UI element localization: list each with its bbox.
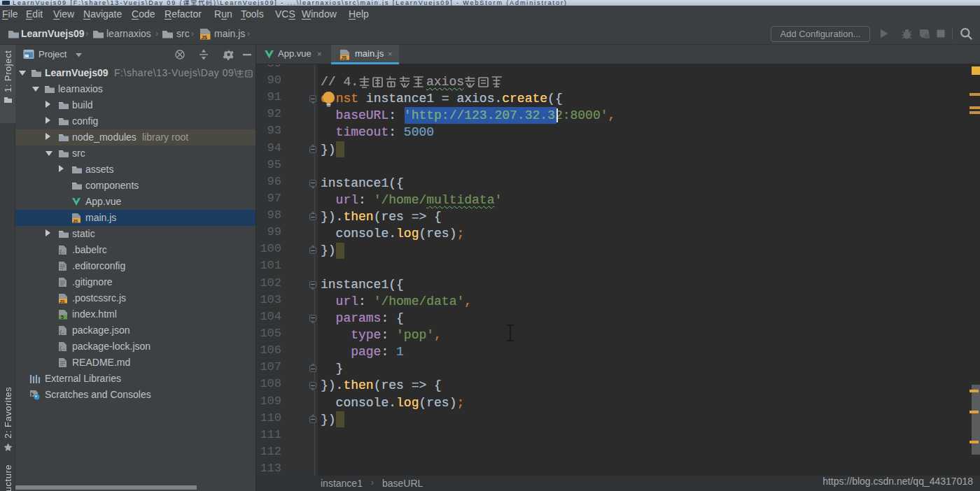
- svg-text:{..: {..: [59, 248, 65, 255]
- svg-text:JS: JS: [341, 55, 347, 60]
- svg-text:JS: JS: [59, 299, 64, 304]
- svg-text:{..: {..: [59, 329, 65, 335]
- svg-text:JS: JS: [201, 35, 207, 40]
- svg-text:5: 5: [61, 315, 64, 320]
- svg-text:JS: JS: [73, 219, 78, 223]
- svg-text:{..: {..: [59, 345, 65, 351]
